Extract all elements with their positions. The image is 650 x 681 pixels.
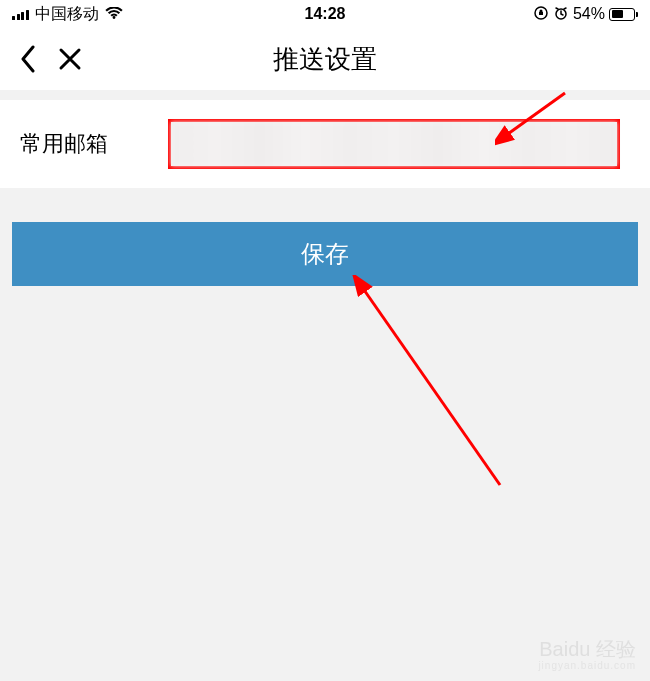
page-title: 推送设置 [273, 42, 377, 77]
watermark-sub: jingyan.baidu.com [538, 660, 636, 671]
email-row: 常用邮箱 [0, 100, 650, 188]
close-button[interactable] [58, 47, 82, 71]
orientation-lock-icon [533, 5, 549, 24]
email-field[interactable] [168, 119, 620, 169]
carrier-label: 中国移动 [35, 4, 99, 25]
email-value-redacted [171, 122, 617, 166]
nav-left [20, 45, 82, 73]
nav-bar: 推送设置 [0, 28, 650, 90]
wifi-icon [105, 7, 123, 21]
email-label: 常用邮箱 [20, 129, 160, 159]
status-right: 54% [533, 5, 638, 24]
alarm-icon [553, 5, 569, 24]
status-left: 中国移动 [12, 4, 123, 25]
battery-percent: 54% [573, 5, 605, 23]
svg-line-3 [362, 287, 500, 485]
save-button[interactable]: 保存 [12, 222, 638, 286]
status-bar: 中国移动 14:28 54% [0, 0, 650, 28]
watermark-brand: Baidu 经验 [538, 638, 636, 660]
section-divider [0, 90, 650, 100]
action-area: 保存 [0, 188, 650, 286]
annotation-arrow-save [350, 275, 530, 495]
status-time: 14:28 [305, 5, 346, 23]
watermark: Baidu 经验 jingyan.baidu.com [538, 638, 636, 671]
back-button[interactable] [20, 45, 36, 73]
battery-icon [609, 8, 638, 21]
signal-icon [12, 8, 29, 20]
